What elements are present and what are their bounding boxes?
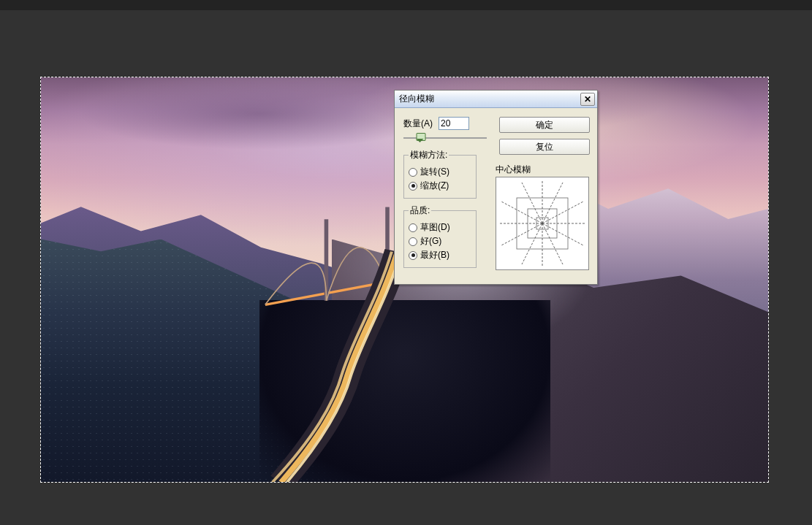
radio-icon: [409, 251, 417, 260]
quality-legend: 品质:: [409, 204, 431, 217]
quality-group: 品质: 草图(D)好(G)最好(B): [403, 204, 477, 268]
radio-icon: [409, 182, 417, 191]
radial-blur-dialog: 径向模糊 ✕ 确定 复位 数量(A) 模糊方法: 旋转(S)缩放(Z) 品质: …: [394, 90, 598, 285]
radio-label: 草图(D): [420, 221, 450, 234]
app-top-strip: [0, 0, 812, 10]
reset-button[interactable]: 复位: [499, 139, 590, 155]
blur-center-label: 中心模糊: [496, 164, 531, 176]
blur-center-preview[interactable]: [496, 177, 589, 270]
quality-option-2[interactable]: 最好(B): [409, 249, 471, 261]
amount-label: 数量(A): [403, 118, 433, 130]
close-button[interactable]: ✕: [580, 93, 595, 106]
blur-method-legend: 模糊方法:: [409, 149, 449, 161]
close-icon: ✕: [584, 94, 591, 104]
zoom-rays-icon: [498, 180, 586, 267]
radio-label: 旋转(S): [420, 166, 449, 178]
radio-icon: [409, 223, 417, 232]
slider-thumb[interactable]: [416, 133, 424, 143]
quality-option-0[interactable]: 草图(D): [409, 221, 471, 234]
dialog-title: 径向模糊: [399, 93, 434, 105]
amount-slider[interactable]: [403, 133, 487, 143]
valley-shadow: [259, 300, 550, 482]
radio-label: 最好(B): [420, 249, 449, 261]
radio-icon: [409, 237, 417, 246]
amount-input[interactable]: [439, 117, 469, 130]
ok-button[interactable]: 确定: [499, 117, 590, 133]
quality-option-1[interactable]: 好(G): [409, 235, 471, 248]
radio-icon: [409, 168, 417, 177]
radio-label: 好(G): [420, 235, 441, 248]
blur-method-group: 模糊方法: 旋转(S)缩放(Z): [403, 149, 477, 199]
method-option-1[interactable]: 缩放(Z): [409, 180, 471, 192]
dialog-titlebar[interactable]: 径向模糊 ✕: [395, 91, 597, 108]
radio-label: 缩放(Z): [420, 180, 449, 192]
method-option-0[interactable]: 旋转(S): [409, 166, 471, 178]
